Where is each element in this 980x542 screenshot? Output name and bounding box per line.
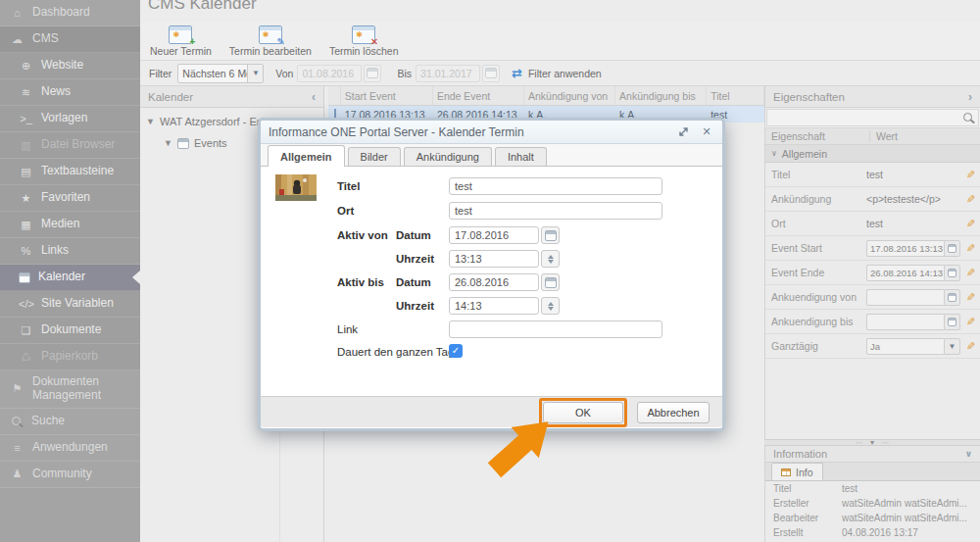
edit-pencil-icon[interactable]: ✎ [966, 169, 975, 181]
sidebar-item-links[interactable]: %Links [0, 238, 140, 265]
tree-expand-icon[interactable]: ▼ [146, 117, 155, 126]
von-uhrzeit-input[interactable]: 13:13 [449, 250, 539, 268]
termin-bearbeiten-button[interactable]: ✎Termin bearbeiten [226, 25, 315, 58]
sidebar-item-dashboard[interactable]: ⌂Dashboard [0, 0, 140, 26]
neuer-termin-button[interactable]: +Neuer Termin [147, 25, 215, 58]
bis-calendar-button[interactable] [482, 65, 500, 82]
edit-pencil-icon[interactable]: ✎ [966, 267, 975, 279]
edit-pencil-icon[interactable]: ✎ [966, 340, 975, 353]
property-value-box[interactable] [866, 289, 944, 306]
chevron-down-icon[interactable]: ▾ [870, 438, 874, 447]
column-ankündigung-bis[interactable]: Ankündigung bis [615, 86, 707, 105]
edit-pencil-icon[interactable]: ✎ [966, 316, 975, 328]
collapse-left-icon[interactable]: ‹ [312, 90, 316, 104]
sidebar-item-kalender[interactable]: Kalender [0, 265, 140, 291]
tab-inhalt[interactable]: Inhalt [495, 147, 547, 166]
termin-löschen-button[interactable]: ✕Termin löschen [326, 25, 402, 58]
von-datum-input[interactable]: 17.08.2016 [449, 226, 539, 244]
collapse-right-icon[interactable]: › [968, 90, 972, 104]
search-input[interactable] [766, 109, 979, 126]
column-ende-event[interactable]: Ende Event [433, 86, 524, 105]
property-row-ankündigung[interactable]: Ankündigung<p>testeste</p>✎ [765, 187, 980, 212]
properties-group-allgemein[interactable]: ∨ Allgemein [765, 145, 980, 163]
column-start-event[interactable]: Start Event [341, 86, 433, 105]
property-row-event-ende[interactable]: Event Ende26.08.2016 14:13✎ [765, 261, 980, 285]
bis-date-input[interactable]: 31.01.2017 [416, 65, 480, 82]
chevron-down-icon[interactable]: ∨ [965, 449, 972, 459]
panel-splitter[interactable]: ⋯ ▾ ⋯ [764, 439, 980, 446]
sidebar-item-dokumente[interactable]: ❏Dokumente [0, 318, 140, 344]
property-value-box[interactable]: 26.08.2016 14:13 [866, 265, 944, 281]
bis-uhrzeit-input[interactable]: 14:13 [449, 297, 539, 315]
property-value-box[interactable] [866, 314, 944, 330]
sidebar-item-site-variablen[interactable]: </>Site Variablen [0, 291, 140, 318]
property-row-ganztägig[interactable]: GanztägigJa▼✎ [765, 334, 980, 359]
column-titel[interactable]: Titel [707, 86, 764, 105]
sidebar-item-dokumenten-management[interactable]: ⚑Dokumenten Management [0, 370, 140, 409]
sidebar-item-textbausteine[interactable]: ▤Textbausteine [0, 159, 140, 185]
filter-preset-select[interactable]: Nächsten 6 Mona ▼ [177, 64, 264, 83]
toolbar-button-label: Termin löschen [329, 45, 399, 57]
property-row-ankuendigung-von[interactable]: Ankuendigung von✎ [765, 285, 980, 310]
calendar-icon [19, 272, 30, 283]
sidebar-item-favoriten[interactable]: ★Favoriten [0, 185, 140, 212]
bis-uhrzeit-spinner[interactable] [541, 297, 560, 315]
edit-pencil-icon[interactable]: ✎ [966, 291, 975, 304]
calendar-button[interactable] [944, 289, 960, 306]
search-icon [12, 417, 21, 425]
sidebar-item-papierkorb[interactable]: ♺Papierkorb [0, 344, 140, 370]
sidebar-item-website[interactable]: ⊕Website [0, 53, 140, 79]
tab-bilder[interactable]: Bilder [348, 147, 401, 166]
property-row-titel[interactable]: Titeltest✎ [765, 163, 980, 187]
von-datum-calendar-button[interactable] [541, 226, 560, 244]
sidebar-item-community[interactable]: ♟Community [0, 462, 140, 488]
tab-allgemein[interactable]: Allgemein [268, 145, 345, 167]
sidebar-item-datei-browser[interactable]: ▥Datei Browser [0, 132, 140, 159]
property-row-ankuendigung-bis[interactable]: Ankuendigung bis✎ [765, 310, 980, 334]
column-wert[interactable]: Wert [870, 130, 898, 142]
property-value-box[interactable]: Ja [866, 338, 944, 355]
calendar-button[interactable] [944, 314, 960, 330]
sidebar-item-medien[interactable]: ▦Medien [0, 212, 140, 238]
filter-apply-button[interactable]: Filter anwenden [528, 68, 602, 79]
bis-datum-input[interactable]: 26.08.2016 [449, 273, 539, 291]
sidebar-item-vorlagen[interactable]: >_Vorlagen [0, 106, 140, 132]
property-row-event-start[interactable]: Event Start17.08.2016 13:13✎ [765, 236, 980, 261]
sidebar-item-suche[interactable]: Suche [0, 409, 140, 435]
chevron-down-icon[interactable]: ▼ [247, 65, 263, 82]
sidebar-item-cms[interactable]: ☁CMS [0, 26, 140, 53]
edit-pencil-icon[interactable]: ✎ [966, 218, 975, 230]
von-calendar-button[interactable] [364, 65, 381, 82]
column-eigenschaft[interactable]: Eigenschaft [765, 130, 870, 142]
ganztag-checkbox[interactable]: ✓ [449, 344, 463, 358]
dropdown-button[interactable]: ▼ [944, 338, 960, 355]
link-input[interactable] [449, 320, 662, 338]
close-button[interactable]: ✕ [699, 125, 714, 138]
tab-ankündigung[interactable]: Ankündigung [404, 147, 492, 166]
edit-pencil-icon[interactable]: ✎ [966, 193, 975, 206]
refresh-icon[interactable]: ⇄ [512, 66, 522, 80]
sidebar-item-news[interactable]: ≋News [0, 79, 140, 106]
calendar-button[interactable] [944, 265, 960, 281]
tab-info[interactable]: Info [771, 463, 823, 480]
property-row-ort[interactable]: Orttest✎ [765, 212, 980, 236]
cancel-button[interactable]: Abbrechen [637, 402, 710, 423]
property-value-box[interactable]: 17.08.2016 13:13 [866, 240, 944, 257]
column-ankündigung-von[interactable]: Ankündigung von [524, 86, 615, 105]
maximize-button[interactable] [675, 125, 691, 138]
sidebar-item-anwendungen[interactable]: ≡Anwendungen [0, 435, 140, 462]
trash-icon: ♺ [19, 351, 33, 364]
von-date-input[interactable]: 01.08.2016 [297, 65, 362, 82]
titel-input[interactable]: test [449, 177, 662, 195]
tree-expand-icon[interactable]: ▼ [164, 138, 172, 148]
sidebar-item-label: Papierkorb [41, 345, 98, 369]
dialog-titlebar[interactable]: Informance ONE Portal Server - Kalender … [261, 121, 722, 144]
ort-input[interactable]: test [449, 202, 662, 220]
properties-panel: Eigenschaften › Eigenschaft Wert ∨ Allge… [764, 86, 980, 439]
calendar-button[interactable] [944, 240, 960, 257]
von-uhrzeit-spinner[interactable] [541, 250, 560, 268]
bis-datum-calendar-button[interactable] [541, 273, 560, 291]
edit-pencil-icon[interactable]: ✎ [966, 242, 975, 255]
property-name: Ankündigung [765, 193, 866, 205]
info-row-erstellt: Erstellt04.08.2016 13:17 [765, 525, 980, 540]
